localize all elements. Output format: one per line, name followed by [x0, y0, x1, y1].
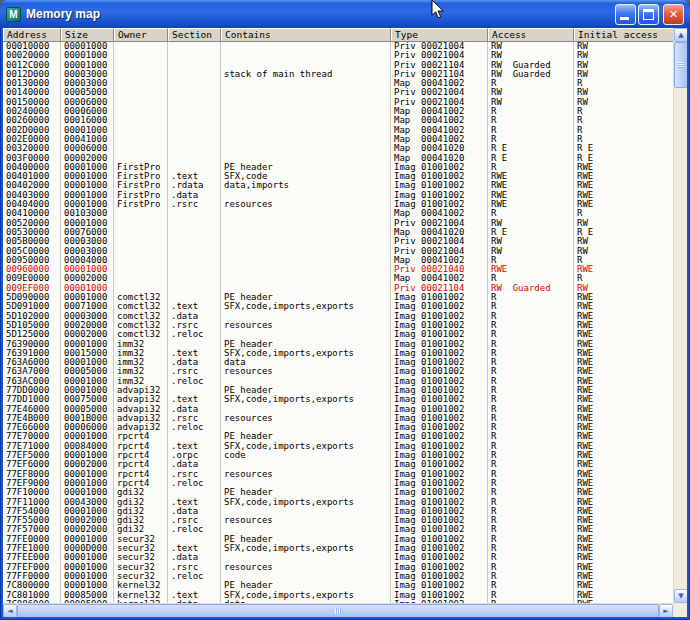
cell-section: .text [168, 498, 221, 507]
column-header-section[interactable]: Section [168, 28, 221, 42]
cell-type: Map 00041002 [391, 209, 488, 218]
titlebar[interactable]: M Memory map ✕ [0, 0, 690, 28]
table-row[interactable]: 5D10200000003000comctl32.dataImag 010010… [3, 312, 673, 321]
table-row[interactable]: 77DD000000001000advapi32PE headerImag 01… [3, 386, 673, 395]
table-row[interactable]: 77F1000000001000gdi32PE headerImag 01001… [3, 488, 673, 497]
table-row[interactable]: 763A600000001000imm32.datadataImag 01001… [3, 358, 673, 367]
table-row[interactable]: 0040200000001000FirstPro.rdatadata,impor… [3, 181, 673, 190]
table-row[interactable]: 77E7000000001000rpcrt4PE headerImag 0100… [3, 432, 673, 441]
table-row[interactable]: 0024000000006000Map 00041002RR [3, 107, 673, 116]
horizontal-scrollbar[interactable]: ◄ ► [3, 603, 673, 617]
cell-contains: PE header [221, 163, 391, 172]
table-row[interactable]: 003F000000002000Map 00041020R ER E [3, 154, 673, 163]
table-row[interactable]: 0032000000006000Map 00041020R ER E [3, 144, 673, 153]
table-row[interactable]: 0013000000003000Map 00041002RR [3, 79, 673, 88]
table-row[interactable]: 0012C00000001000Priv 00021104RW GuardedR… [3, 61, 673, 70]
table-row[interactable]: 0040400000001000FirstPro.rsrcresourcesIm… [3, 200, 673, 209]
table-row[interactable]: 77E4600000005000advapi32.dataImag 010010… [3, 405, 673, 414]
table-row[interactable]: 5D10500000020000comctl32.rsrcresourcesIm… [3, 321, 673, 330]
column-header-initial-access[interactable]: Initial access [574, 28, 673, 42]
table-row[interactable]: 0041000000103000Map 00041002RR [3, 209, 673, 218]
table-row[interactable]: 77FF000000001000secur32.relocImag 010010… [3, 572, 673, 581]
table-row[interactable]: 0040100000001000FirstPro.textSFX,codeIma… [3, 172, 673, 181]
table-row[interactable]: 005B000000003000Priv 00021004RWRW [3, 237, 673, 246]
table-row[interactable]: 0001000000001000Priv 00021004RWRW [3, 42, 673, 51]
cell-type: Map 00041002 [391, 274, 488, 283]
table-row[interactable]: 77F1100000043000gdi32.textSFX,code,impor… [3, 498, 673, 507]
table-row[interactable]: 77DD100000075000advapi32.textSFX,code,im… [3, 395, 673, 404]
table-row[interactable]: 77F5500000002000gdi32.rsrcresourcesImag … [3, 516, 673, 525]
table-row[interactable]: 005C000000003000Priv 00021004RWRW [3, 247, 673, 256]
table-row[interactable]: 0026000000016000Map 00041002RR [3, 116, 673, 125]
table-row[interactable]: 77E7100000084000rpcrt4.textSFX,code,impo… [3, 442, 673, 451]
table-row[interactable]: 0002000000001000Priv 00021004RWRW [3, 51, 673, 60]
table-row[interactable]: 77FEF00000001000secur32.rsrcresourcesIma… [3, 563, 673, 572]
vertical-scrollbar[interactable]: ▲ ▼ [673, 28, 687, 603]
table-row[interactable]: 0095000000004000Map 00041002RR [3, 256, 673, 265]
cell-owner: gdi32 [114, 516, 168, 525]
table-row[interactable]: 77EF600000002000rpcrt4.dataImag 01001002… [3, 460, 673, 469]
column-header-size[interactable]: Size [61, 28, 114, 42]
cell-access: R [488, 358, 574, 367]
column-header-owner[interactable]: Owner [114, 28, 168, 42]
table-row[interactable]: 0096000000001000Priv 00021040RWERWE [3, 265, 673, 274]
vertical-scroll-thumb[interactable] [674, 42, 687, 88]
table-row[interactable]: 77EF800000001000rpcrt4.rsrcresourcesImag… [3, 470, 673, 479]
table-row[interactable]: 0053000000076000Map 00041020R ER E [3, 228, 673, 237]
table-row[interactable]: 5D09100000071000comctl32.textSFX,code,im… [3, 302, 673, 311]
scroll-right-button[interactable]: ► [659, 604, 673, 617]
cell-type: Imag 01001002 [391, 516, 488, 525]
scroll-down-button[interactable]: ▼ [674, 589, 687, 603]
table-row[interactable]: 763AC00000001000imm32.relocImag 01001002… [3, 377, 673, 386]
table-row[interactable]: 763A700000005000imm32.rsrcresourcesImag … [3, 367, 673, 376]
cell-address: 00320000 [3, 144, 61, 153]
table-row[interactable]: 7639100000015000imm32.textSFX,code,impor… [3, 349, 673, 358]
cell-access: R [488, 563, 574, 572]
table-row[interactable]: 77E4B0000001B000advapi32.rsrcresourcesIm… [3, 414, 673, 423]
column-header-type[interactable]: Type [391, 28, 488, 42]
maximize-button[interactable] [638, 4, 659, 25]
table-row[interactable]: 0014000000005000Priv 00021004RWRW [3, 88, 673, 97]
table-row[interactable]: 002E000000041000Map 00041002RR [3, 135, 673, 144]
table-row[interactable]: 0015000000006000Priv 00021004RWRW [3, 98, 673, 107]
table-row[interactable]: 0052000000001000Priv 00021004RWRW [3, 219, 673, 228]
cell-size: 00001000 [61, 191, 114, 200]
cell-section [168, 247, 221, 256]
cell-access: RW Guarded [488, 284, 574, 293]
cell-address: 00403000 [3, 191, 61, 200]
horizontal-scroll-thumb[interactable] [17, 604, 659, 617]
cell-size: 00001000 [61, 553, 114, 562]
scroll-up-button[interactable]: ▲ [674, 28, 687, 42]
table-row[interactable]: 77FE10000000D000secur32.textSFX,code,imp… [3, 544, 673, 553]
table-row[interactable]: 002D000000001000Map 00041002RR [3, 126, 673, 135]
table-row[interactable]: 0012D00000003000stack of main threadPriv… [3, 70, 673, 79]
table-row[interactable]: 77FE000000001000secur32PE headerImag 010… [3, 535, 673, 544]
table-row[interactable]: 009E000000002000Map 00041002RR [3, 274, 673, 283]
table-row[interactable]: 5D09000000001000comctl32PE headerImag 01… [3, 293, 673, 302]
table-row[interactable]: 77FEE00000001000secur32.dataImag 0100100… [3, 553, 673, 562]
table-row[interactable]: 0040300000001000FirstPro.dataImag 010010… [3, 191, 673, 200]
cell-type: Imag 01001002 [391, 302, 488, 311]
table-row[interactable]: 009EF00000001000Priv 00021104RW GuardedR… [3, 284, 673, 293]
cell-section: .text [168, 349, 221, 358]
table-row[interactable]: 77EF900000001000rpcrt4.relocImag 0100100… [3, 479, 673, 488]
table-row[interactable]: 77F5700000002000gdi32.relocImag 01001002… [3, 525, 673, 534]
table-row[interactable]: 77EF500000001000rpcrt4.orpccodeImag 0100… [3, 451, 673, 460]
table-row[interactable]: 7C80100000085000kernel32.textSFX,code,im… [3, 591, 673, 600]
cell-size: 00085000 [61, 591, 114, 600]
table-row[interactable]: 77E6600000006000advapi32.relocImag 01001… [3, 423, 673, 432]
table-row[interactable]: 5D12500000002000comctl32.relocImag 01001… [3, 330, 673, 339]
column-header-access[interactable]: Access [488, 28, 574, 42]
table-row[interactable]: 77F5400000001000gdi32.dataImag 01001002R… [3, 507, 673, 516]
close-button[interactable]: ✕ [663, 4, 684, 25]
scroll-left-button[interactable]: ◄ [3, 604, 17, 617]
table-row[interactable]: 7639000000001000imm32PE headerImag 01001… [3, 340, 673, 349]
column-header-contains[interactable]: Contains [221, 28, 391, 42]
cell-access: R [488, 256, 574, 265]
minimize-button[interactable] [615, 4, 636, 25]
table-row[interactable]: 7C80000000001000kernel32PE headerImag 01… [3, 581, 673, 590]
cell-contains [221, 265, 391, 274]
column-header-address[interactable]: Address [3, 28, 61, 42]
table-row[interactable]: 0040000000001000FirstProPE headerImag 01… [3, 163, 673, 172]
cell-section [168, 144, 221, 153]
